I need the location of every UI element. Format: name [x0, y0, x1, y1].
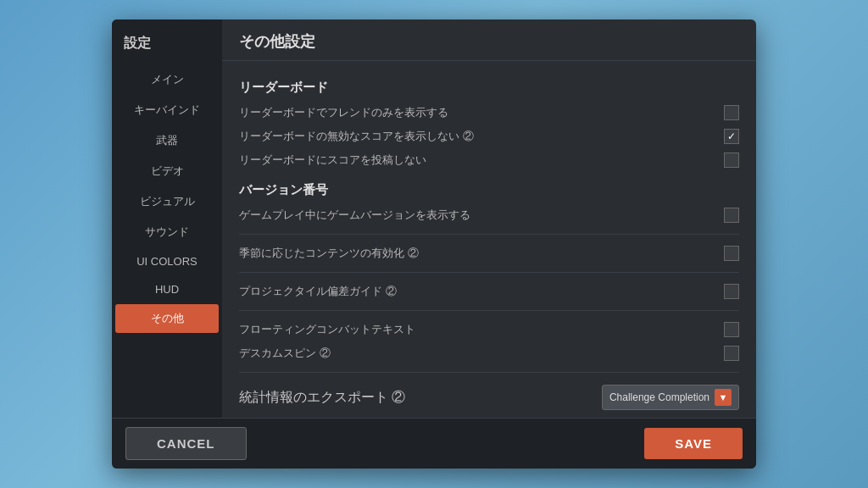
panel-content: リーダーボード リーダーボードでフレンドのみを表示する リーダーボードの無効なス… — [222, 61, 756, 418]
divider-4 — [239, 372, 739, 373]
setting-row-projectile: プロジェクタイル偏差ガイド ② — [239, 280, 739, 303]
sidebar-item-sound[interactable]: サウンド — [115, 218, 219, 247]
stats-export-dropdown[interactable]: Challenge Completion ▼ — [602, 385, 739, 410]
checkbox-seasonal[interactable] — [724, 246, 739, 261]
sidebar-item-hud[interactable]: HUD — [115, 276, 219, 302]
setting-row-combat-text: フローティングコンバットテキスト — [239, 318, 739, 341]
checkbox-version-display[interactable] — [724, 208, 739, 223]
checkbox-projectile[interactable] — [724, 284, 739, 299]
dropdown-value: Challenge Completion — [609, 391, 709, 403]
section-version: バージョン番号 — [239, 182, 739, 198]
section-leaderboard: リーダーボード — [239, 80, 739, 96]
save-button[interactable]: SAVE — [644, 428, 743, 459]
sidebar-item-keybind[interactable]: キーバインド — [115, 96, 219, 125]
sidebar-item-weapons[interactable]: 武器 — [115, 126, 219, 155]
checkbox-invalid[interactable] — [724, 129, 739, 144]
checkbox-post[interactable] — [724, 152, 739, 168]
setting-row-invalid: リーダーボードの無効なスコアを表示しない ② — [239, 125, 739, 148]
divider-3 — [239, 310, 739, 311]
sidebar-title: 設定 — [112, 26, 222, 64]
setting-row-version-display: ゲームプレイ中にゲームバージョンを表示する — [239, 203, 739, 227]
sidebar: 設定 メイン キーバインド 武器 ビデオ ビジュアル サウンド UI COLOR… — [112, 19, 222, 418]
sidebar-item-main[interactable]: メイン — [115, 65, 219, 94]
setting-row-friends: リーダーボードでフレンドのみを表示する — [239, 101, 739, 125]
cancel-button[interactable]: CANCEL — [125, 427, 247, 460]
stats-export-row: 統計情報のエクスポート ② Challenge Completion ▼ — [239, 380, 739, 415]
divider-1 — [239, 234, 739, 235]
main-panel: その他設定 リーダーボード リーダーボードでフレンドのみを表示する リーダーボー… — [222, 19, 756, 418]
setting-row-post: リーダーボードにスコアを投稿しない — [239, 148, 739, 172]
checkbox-friends[interactable] — [724, 105, 739, 120]
sidebar-item-other[interactable]: その他 — [115, 304, 219, 333]
dialog-footer: CANCEL SAVE — [112, 418, 756, 469]
checkbox-combat-text[interactable] — [724, 322, 739, 337]
sidebar-item-uicolors[interactable]: UI COLORS — [115, 248, 219, 274]
dialog-body: 設定 メイン キーバインド 武器 ビデオ ビジュアル サウンド UI COLOR… — [112, 19, 756, 418]
divider-2 — [239, 272, 739, 273]
sidebar-item-visual[interactable]: ビジュアル — [115, 187, 219, 216]
checkbox-deathcam[interactable] — [724, 346, 739, 361]
setting-row-seasonal: 季節に応じたコンテンツの有効化 ② — [239, 241, 739, 265]
settings-dialog: 設定 メイン キーバインド 武器 ビデオ ビジュアル サウンド UI COLOR… — [112, 19, 756, 469]
sidebar-item-video[interactable]: ビデオ — [115, 157, 219, 186]
panel-title: その他設定 — [222, 19, 756, 61]
dropdown-arrow-icon[interactable]: ▼ — [715, 389, 732, 406]
setting-row-deathcam: デスカムスピン ② — [239, 341, 739, 365]
